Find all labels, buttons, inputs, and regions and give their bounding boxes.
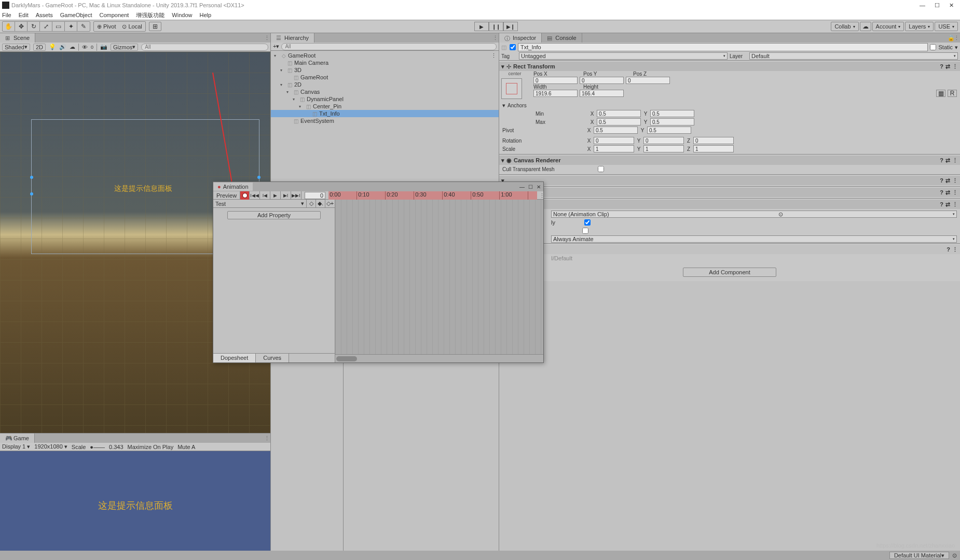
snap-icon[interactable]: ⊞ <box>149 22 161 31</box>
menu-window[interactable]: Window <box>172 12 192 18</box>
prev-keyframe-icon[interactable]: I◀ <box>260 191 270 200</box>
clip-dropdown[interactable]: Test▾ <box>213 200 306 207</box>
frame-field[interactable] <box>305 192 325 199</box>
minimize-icon[interactable]: — <box>920 2 925 9</box>
menu-gameobject[interactable]: GameObject <box>60 12 92 18</box>
curves-tab[interactable]: Curves <box>256 354 289 362</box>
keyframe-icon[interactable]: ◇ <box>307 200 316 207</box>
create-icon[interactable]: +▾ <box>273 43 279 50</box>
resolution-dropdown[interactable]: 1920x1080 ▾ <box>34 443 67 450</box>
menu-icon[interactable]: ⋮ <box>952 63 958 70</box>
tab-animation[interactable]: ● Animation <box>213 183 253 191</box>
rot-y[interactable] <box>643 137 684 144</box>
menu-icon[interactable]: ⋮ <box>952 157 958 164</box>
record-button[interactable] <box>240 191 250 200</box>
fx-icon[interactable]: ☁ <box>70 44 75 50</box>
hierarchy-item[interactable]: ▾◫Center_Pin <box>271 103 499 110</box>
rect-tool-icon[interactable]: ▭ <box>52 22 65 31</box>
timeline-menu-icon[interactable]: ⋮ <box>537 192 543 199</box>
hierarchy-item[interactable]: ◫GameRoot <box>271 74 499 81</box>
local-toggle[interactable]: ⊙Local <box>119 22 145 31</box>
hierarchy-search[interactable] <box>281 43 497 50</box>
next-keyframe-icon[interactable]: ▶I <box>281 191 291 200</box>
help-icon[interactable]: ? <box>940 157 943 163</box>
help-icon[interactable]: ? <box>947 246 950 253</box>
maximize-icon[interactable]: ☐ <box>527 183 534 190</box>
posy-field[interactable] <box>580 77 624 84</box>
hierarchy-item[interactable]: ▾◫2D <box>271 81 499 88</box>
anchor-preset-icon[interactable] <box>501 78 522 99</box>
menu-component[interactable]: Component <box>99 12 129 18</box>
step-button[interactable]: ▶❙ <box>503 22 518 31</box>
custom-tool-icon[interactable]: ✎ <box>77 22 90 31</box>
lighting-icon[interactable]: 💡 <box>49 44 56 50</box>
scale-tool-icon[interactable]: ⤢ <box>40 22 52 31</box>
dopesheet-area[interactable] <box>335 200 543 362</box>
hierarchy-item[interactable]: ◫Txt_Info <box>271 110 499 117</box>
hierarchy-item[interactable]: ▾◫Canvas <box>271 88 499 95</box>
shader-icon[interactable]: ⊙ <box>952 552 957 559</box>
tab-inspector[interactable]: ⓘ Inspector <box>499 33 542 43</box>
cull-checkbox[interactable] <box>598 166 604 172</box>
minimize-icon[interactable]: — <box>518 183 526 190</box>
tab-menu-icon[interactable]: ⋮ <box>264 35 270 41</box>
preview-toggle[interactable]: Preview <box>213 191 240 200</box>
play-button[interactable]: ▶ <box>474 22 489 31</box>
tab-menu-icon[interactable]: ⋮ <box>264 435 270 441</box>
camera-icon[interactable]: 📷 <box>100 44 107 50</box>
tab-menu-icon[interactable]: ⋮ <box>492 35 499 41</box>
scale-y[interactable] <box>643 145 684 152</box>
close-icon[interactable]: ✕ <box>949 2 954 9</box>
object-name-field[interactable] <box>518 43 928 51</box>
animation-window[interactable]: ● Animation — ☐ ✕ Preview I◀◀ I◀ ▶ ▶I ▶▶… <box>213 181 544 363</box>
menu-help[interactable]: Help <box>199 12 211 18</box>
material-preview-dropdown[interactable]: Default UI Material ▾ <box>889 552 949 559</box>
add-property-button[interactable]: Add Property <box>227 211 321 219</box>
preset-icon[interactable]: ⇄ <box>945 157 950 164</box>
account-dropdown[interactable]: Account <box>872 22 904 31</box>
hand-tool-icon[interactable]: ✋ <box>3 22 15 31</box>
rot-z[interactable] <box>693 137 734 144</box>
anchor-min-x[interactable] <box>597 110 641 117</box>
height-field[interactable] <box>580 90 624 97</box>
static-checkbox[interactable] <box>930 44 936 50</box>
audio-icon[interactable]: 🔊 <box>59 44 66 50</box>
anchor-max-x[interactable] <box>597 118 641 125</box>
help-icon[interactable]: ? <box>940 63 943 69</box>
close-icon[interactable]: ✕ <box>535 183 542 190</box>
lock-icon[interactable]: 🔒 <box>948 35 954 41</box>
posx-field[interactable] <box>533 77 578 84</box>
rotate-tool-icon[interactable]: ↻ <box>28 22 40 31</box>
layers-dropdown[interactable]: Layers <box>905 22 934 31</box>
gizmos-dropdown[interactable]: Gizmos ▾ <box>111 44 138 51</box>
scale-z[interactable] <box>693 145 734 152</box>
hierarchy-item[interactable]: ◫Main Camera <box>271 59 499 66</box>
tag-dropdown[interactable]: Untagged <box>519 52 728 60</box>
pause-button[interactable]: ❙❙ <box>489 22 503 31</box>
collab-dropdown[interactable]: Collab <box>831 22 858 31</box>
tab-scene[interactable]: ⊞ Scene <box>0 33 35 43</box>
mute-label[interactable]: Mute A <box>177 444 195 450</box>
last-keyframe-icon[interactable]: ▶▶I <box>291 191 301 200</box>
cullmode-dropdown[interactable]: Always Animate <box>551 235 957 243</box>
play-icon[interactable]: ▶ <box>270 191 281 200</box>
layer-dropdown[interactable]: Default <box>749 52 958 60</box>
first-keyframe-icon[interactable]: I◀◀ <box>250 191 260 200</box>
hierarchy-item[interactable]: ▾◫3D <box>271 66 499 74</box>
anchor-min-y[interactable] <box>650 110 694 117</box>
pivot-y[interactable] <box>647 127 691 134</box>
transform-tool-icon[interactable]: ✦ <box>65 22 77 31</box>
add-event-icon[interactable]: ◇+ <box>325 200 335 207</box>
layout-dropdown[interactable]: USE <box>935 22 958 31</box>
posz-field[interactable] <box>626 77 670 84</box>
move-tool-icon[interactable]: ✥ <box>15 22 28 31</box>
width-field[interactable] <box>533 90 578 97</box>
hierarchy-item[interactable]: ◫EventSystem <box>271 117 499 124</box>
rot-x[interactable] <box>594 137 634 144</box>
add-component-button[interactable]: Add Component <box>683 268 776 277</box>
hierarchy-item[interactable]: ▾◇GameRoot⋮ <box>271 52 499 59</box>
anchor-max-y[interactable] <box>650 118 694 125</box>
hierarchy-item[interactable]: ▾◫DynamicPanel <box>271 95 499 103</box>
dopesheet-tab[interactable]: Dopesheet <box>213 354 256 362</box>
raw-edit-button[interactable]: R <box>948 90 957 97</box>
